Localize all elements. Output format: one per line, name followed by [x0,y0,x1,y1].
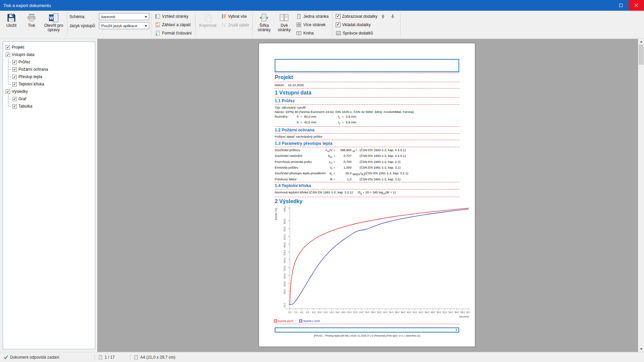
copy-icon [203,13,213,22]
statusbar: Dokument odpovídá zadání 1 / 17 A4 (21,0… [0,352,644,362]
scheme-label: Schéma: [69,14,97,19]
svg-text:375,0: 375,0 [283,265,286,271]
book-icon [296,31,302,36]
word-icon: W [49,13,59,22]
tree-item[interactable]: ✓Projekt [4,44,94,51]
preview-area: Projekt Datum : 16.10.2025 1 Vstupní dat… [97,39,644,352]
book-label: Kniha [303,31,314,36]
chevron-down-icon [145,16,147,19]
svg-text:56,0: 56,0 [454,311,459,313]
status-check-icon [3,355,8,359]
doc-heading-params: 1.3 Parametry přestupu tepla [275,141,459,146]
scroll-up-button[interactable] [638,39,644,45]
tree-item-label: Graf [18,97,26,101]
select-all-icon [221,14,226,19]
legend-item-steel: teplota v oceli [299,319,320,322]
tree-item[interactable]: ✓Vstupní data [4,51,94,58]
tree-item[interactable]: ✓Výsledky [4,88,94,95]
header-footer-button[interactable]: Záhlaví a zápatí [154,20,193,29]
svg-text:945,3: 945,3 [283,206,286,212]
book-button[interactable]: Kniha [295,29,330,37]
header-footer-icon [155,22,160,27]
svg-text:450,0: 450,0 [283,257,286,263]
scroll-down-button[interactable] [638,346,644,352]
tree-checkbox[interactable]: ✓ [12,75,17,79]
select-all-button[interactable]: Vybrat vše [220,12,251,21]
param-row: Emisivita požáruεf=1,000(ČSN EN 1991-1-2… [275,165,459,171]
insert-addenda-checkbox[interactable]: ✓ [336,22,340,27]
tree-connector [8,73,12,80]
show-addenda-checkbox[interactable]: ✓ [336,14,340,19]
page-number: 1 [455,328,457,331]
save-label: Uložit [6,23,16,28]
show-addenda-label: Zobrazovat dodatky [342,14,377,19]
tree-item[interactable]: ✓Tabulka [4,103,94,110]
tree-item-label: Průřez [18,60,30,64]
addenda-manager-button[interactable]: Správce dodatků [334,29,398,37]
tree-item[interactable]: ✓Graf [4,95,94,103]
print-icon [27,13,36,22]
svg-text:4,0: 4,0 [300,311,303,313]
scheme-select[interactable]: barevné [99,13,149,20]
close-button[interactable] [629,0,644,11]
multi-pages-button[interactable]: Více stránek [295,20,330,29]
tree-checkbox[interactable]: ✓ [6,53,10,57]
scroll-up-icon [640,41,643,43]
paper-size: A4 (21,0 x 29,7 cm) [140,355,175,360]
svg-text:150,0: 150,0 [283,289,286,295]
two-pages-button[interactable]: Dvě stránky [274,11,294,38]
multi-pages-icon [296,22,302,27]
tree-checkbox[interactable]: ✓ [12,82,17,86]
output-language-select[interactable]: Použít jazyk aplikace [99,22,149,29]
one-page-button[interactable]: Jedna stránka [295,12,330,20]
print-button[interactable]: Tisk [21,11,42,38]
svg-text:46,0: 46,0 [425,311,429,313]
tree-connector [8,95,12,103]
tree-item-label: Tabulka [18,104,32,109]
tree-item[interactable]: ✓Přestup tepla [4,73,94,80]
page-header-box [275,59,459,72]
svg-text:20,0: 20,0 [283,303,286,307]
page-number-box: 1 [275,327,459,333]
doc-name-line: Název: I(IPN) 80 (Norma Euronorm 24-62, … [275,110,459,114]
one-page-label: Jedna stránka [303,14,328,19]
open-for-edit-button[interactable]: W Otevřít pro úpravy [42,11,66,38]
doc-type-line: Typ: válcovaný I-profil [275,105,459,110]
tree-checkbox[interactable]: ✓ [6,89,10,94]
page-layout-button[interactable]: Vzhled stránky [154,12,193,20]
print-label: Tisk [28,23,35,28]
move-addendum-up-button[interactable] [379,12,387,20]
tree-item[interactable]: ✓Průřez [4,58,94,66]
page-width-button[interactable]: Šířka stránky [254,11,274,38]
window-title: Tisk a export dokumentu [0,3,51,8]
sidebar: ✓Projekt✓Vstupní data✓Průřez✓Požární och… [0,39,97,352]
tree-checkbox[interactable]: ✓ [12,67,17,72]
svg-text:32,0: 32,0 [383,311,387,313]
tree-item[interactable]: ✓Požární ochrana [4,66,94,73]
numbering-format-button[interactable]: Formát číslování [154,29,193,37]
doc-heading-fire: 1.2 Požární ochrana [275,127,459,133]
maximize-button[interactable] [613,0,629,11]
deselect-button[interactable]: Zrušit výběr [220,21,251,29]
copy-button[interactable]: Kopírovat [197,11,219,38]
svg-text:2,0: 2,0 [294,311,297,313]
tree-checkbox[interactable]: ✓ [12,60,17,64]
tree-item-label: Teplotní křivka [18,82,44,86]
svg-text:38,0: 38,0 [401,311,405,313]
save-button[interactable]: Uložit [1,11,21,38]
insert-addenda-label: Vkládat dodatky [342,22,371,27]
tree-checkbox[interactable]: ✓ [12,104,17,109]
output-language-label: Jazyk výstupů: [69,23,97,28]
svg-text:16,0: 16,0 [335,311,340,313]
doc-date-value: 16.10.2025 [288,83,304,87]
vertical-scrollbar[interactable] [638,39,644,352]
scrollbar-thumb[interactable] [639,45,644,65]
svg-text:48,0: 48,0 [431,311,435,313]
header-footer-label: Záhlaví a zápatí [162,22,191,27]
tree-item[interactable]: ✓Teplotní křivka [4,80,94,88]
tree-checkbox[interactable]: ✓ [12,97,17,101]
svg-text:40,0: 40,0 [407,311,411,313]
tree-checkbox[interactable]: ✓ [6,45,10,50]
move-addendum-down-button[interactable] [389,12,397,20]
output-language-value: Použít jazyk aplikace [101,24,137,28]
